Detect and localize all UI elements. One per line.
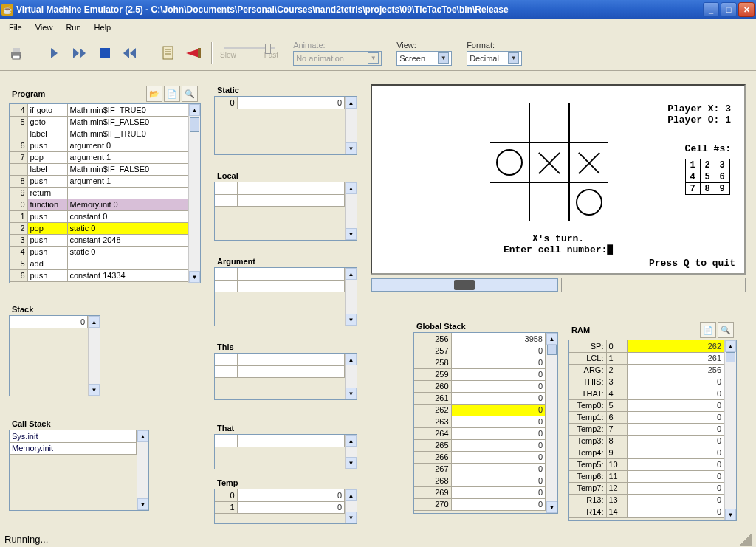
mark-x: [576, 149, 602, 176]
menu-file[interactable]: File: [3, 21, 28, 33]
callstack-scrollbar[interactable]: ▲▼: [137, 430, 148, 510]
score-o: Player O: 1: [667, 114, 731, 125]
program-table[interactable]: 4if-gotoMath.min$IF_TRUE05gotoMath.min$I…: [10, 104, 188, 282]
ram-find-button[interactable]: 🔍: [718, 322, 734, 338]
quit-text: Press Q to quit: [649, 258, 735, 269]
maximize-button[interactable]: □: [721, 2, 737, 17]
workspace: Program 📂 📄 🔍 4if-gotoMath.min$IF_TRUE05…: [0, 71, 756, 531]
argument-scrollbar[interactable]: ▲▼: [345, 268, 357, 326]
format-label: Format:: [467, 41, 522, 49]
callstack-title: Call Stack: [12, 419, 51, 428]
svg-rect-3: [100, 48, 110, 58]
static-table[interactable]: 00: [215, 97, 345, 109]
mark-o: [496, 149, 523, 176]
toolbar-divider: [211, 42, 213, 64]
argument-table[interactable]: [215, 268, 345, 292]
globalstack-scrollbar[interactable]: ▲▼: [546, 333, 557, 513]
program-title: Program: [12, 89, 45, 98]
keyboard-input[interactable]: [371, 278, 558, 292]
minimize-button[interactable]: _: [703, 2, 719, 17]
screen-view: Player X: 3 Player O: 1 Cell #s: 123 456…: [371, 84, 746, 275]
temp-scrollbar[interactable]: ▲▼: [345, 489, 357, 523]
turn-text: X's turn.: [372, 233, 744, 244]
menu-help[interactable]: Help: [89, 21, 117, 33]
save-button[interactable]: 📄: [164, 86, 180, 102]
static-scrollbar[interactable]: ▲▼: [345, 97, 357, 154]
print-button[interactable]: [6, 43, 27, 63]
local-scrollbar[interactable]: ▲▼: [345, 182, 357, 240]
static-title: Static: [217, 86, 239, 94]
stack-scrollbar[interactable]: ▲▼: [88, 316, 100, 396]
speed-slider[interactable]: SlowFast: [220, 47, 278, 59]
temp-title: Temp: [217, 478, 238, 487]
callstack-table[interactable]: Sys.initMemory.init: [10, 430, 137, 455]
local-title: Local: [217, 171, 238, 180]
mark-o: [576, 189, 602, 216]
ram-table[interactable]: SP:0262LCL:1261ARG:2256THIS:30THAT:40Tem…: [569, 340, 724, 518]
svg-rect-2: [13, 55, 20, 59]
temp-table[interactable]: 0010: [215, 489, 345, 514]
statusbar: Running...: [0, 531, 756, 547]
this-table[interactable]: [215, 354, 345, 378]
step-over-button[interactable]: [69, 43, 90, 63]
ram-save-button[interactable]: 📄: [700, 322, 716, 338]
globalstack-title: Global Stack: [416, 322, 466, 331]
prompt-text: Enter cell number:█: [372, 244, 744, 255]
cell-label: Cell #s:: [685, 143, 731, 154]
keyboard-icon: [454, 280, 475, 290]
toolbar: SlowFast Animate: No animation▼ View: Sc…: [0, 35, 756, 71]
local-table[interactable]: [215, 182, 345, 207]
find-button[interactable]: 🔍: [182, 86, 198, 102]
svg-rect-4: [163, 47, 173, 59]
window-title: Virtual Machine Emulator (2.5) - C:\John…: [16, 4, 701, 15]
script-button[interactable]: [158, 43, 179, 63]
tictactoe-board: [490, 103, 608, 221]
argument-title: Argument: [217, 257, 255, 266]
stop-button[interactable]: [94, 43, 115, 63]
menubar: File View Run Help: [0, 19, 756, 35]
status-text: Running...: [4, 534, 48, 545]
format-combo[interactable]: Decimal▼: [467, 51, 522, 66]
this-scrollbar[interactable]: ▲▼: [345, 354, 357, 399]
globalstack-table[interactable]: 2563958257025802590260026102620263026402…: [414, 333, 546, 511]
this-title: This: [217, 343, 234, 351]
view-label: View:: [396, 41, 452, 49]
cell-number-grid: 123 456 789: [685, 159, 730, 195]
ram-title: RAM: [571, 326, 590, 334]
keyboard-text-field[interactable]: [561, 278, 746, 292]
program-scrollbar[interactable]: ▲▼: [188, 104, 200, 283]
menu-view[interactable]: View: [30, 21, 59, 33]
ram-scrollbar[interactable]: ▲▼: [724, 340, 736, 520]
java-icon: ☕: [1, 4, 13, 16]
open-folder-button[interactable]: 📂: [146, 86, 162, 102]
mark-x: [536, 149, 563, 176]
stack-title: Stack: [12, 305, 33, 314]
svg-rect-8: [198, 48, 201, 58]
stack-table[interactable]: 0: [10, 316, 88, 328]
that-scrollbar[interactable]: ▲▼: [345, 435, 357, 469]
animate-label: Animate:: [293, 41, 382, 49]
close-button[interactable]: ✕: [738, 2, 755, 17]
that-title: That: [217, 424, 234, 433]
animate-combo: No animation▼: [293, 51, 382, 66]
svg-rect-1: [13, 48, 20, 52]
score-x: Player X: 3: [667, 103, 731, 114]
step-button[interactable]: [44, 43, 65, 63]
rewind-button[interactable]: [120, 43, 140, 63]
breakpoint-button[interactable]: [183, 43, 204, 63]
resize-grip[interactable]: [740, 534, 752, 546]
titlebar: ☕ Virtual Machine Emulator (2.5) - C:\Jo…: [0, 0, 756, 19]
menu-run[interactable]: Run: [60, 21, 86, 33]
view-combo[interactable]: Screen▼: [396, 51, 452, 66]
that-table[interactable]: [215, 435, 345, 447]
